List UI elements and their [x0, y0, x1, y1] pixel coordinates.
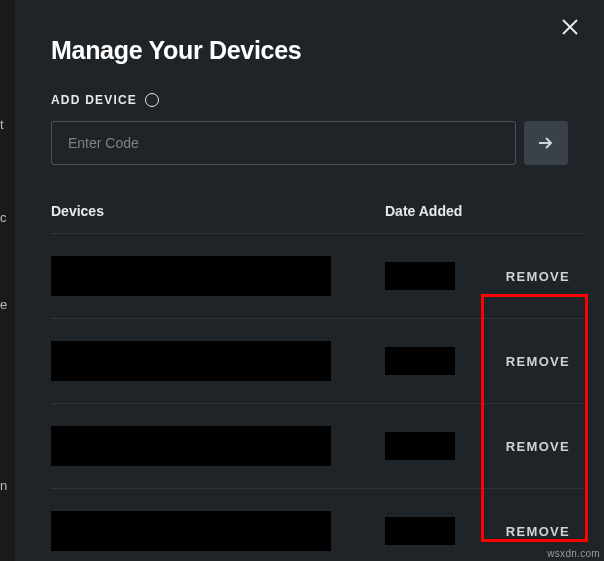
close-icon — [561, 18, 579, 36]
table-header-row: Devices Date Added — [51, 203, 584, 233]
column-header-actions — [473, 203, 584, 219]
devices-table: Devices Date Added REMOVE REMOVE REMOVE … — [15, 165, 604, 561]
remove-button[interactable]: REMOVE — [506, 354, 570, 369]
date-added-redacted — [385, 432, 455, 460]
background-sidebar: t c e n — [0, 0, 15, 561]
add-device-input-row — [51, 121, 568, 165]
device-code-input[interactable] — [51, 121, 516, 165]
remove-button[interactable]: REMOVE — [506, 439, 570, 454]
watermark-text: wsxdn.com — [547, 548, 600, 559]
date-added-redacted — [385, 517, 455, 545]
device-name-redacted — [51, 256, 331, 296]
manage-devices-modal: Manage Your Devices ADD DEVICE Devices D… — [15, 0, 604, 561]
column-header-devices: Devices — [51, 203, 385, 219]
date-added-redacted — [385, 262, 455, 290]
device-name-redacted — [51, 426, 331, 466]
page-title: Manage Your Devices — [51, 36, 568, 65]
table-row: REMOVE — [51, 403, 584, 488]
table-row: REMOVE — [51, 488, 584, 561]
add-device-label-text: ADD DEVICE — [51, 93, 137, 107]
arrow-right-icon — [537, 134, 555, 152]
date-added-redacted — [385, 347, 455, 375]
info-icon[interactable] — [145, 93, 159, 107]
close-button[interactable] — [558, 15, 582, 39]
table-row: REMOVE — [51, 318, 584, 403]
device-name-redacted — [51, 341, 331, 381]
remove-button[interactable]: REMOVE — [506, 269, 570, 284]
table-row: REMOVE — [51, 233, 584, 318]
add-device-label: ADD DEVICE — [51, 93, 568, 107]
submit-code-button[interactable] — [524, 121, 568, 165]
remove-button[interactable]: REMOVE — [506, 524, 570, 539]
device-name-redacted — [51, 511, 331, 551]
column-header-date-added: Date Added — [385, 203, 473, 219]
add-device-section: ADD DEVICE — [15, 65, 604, 165]
modal-header: Manage Your Devices — [15, 0, 604, 65]
